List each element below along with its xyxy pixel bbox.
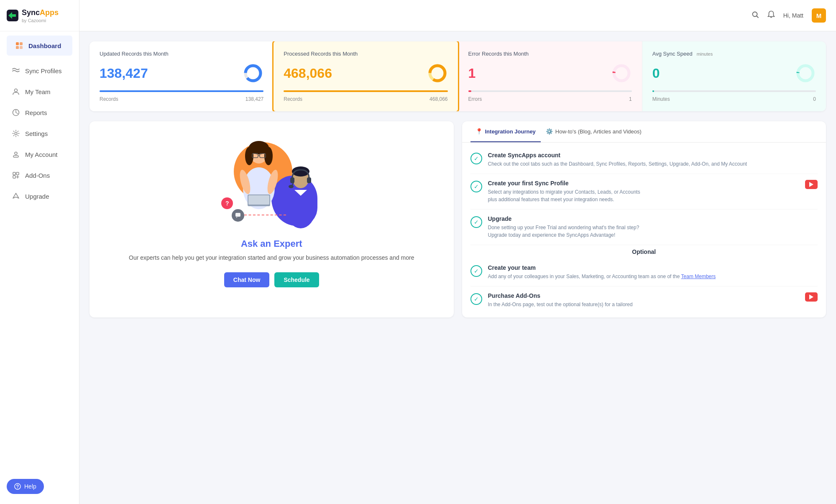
stat-bar-value-updated: 138,427 bbox=[245, 96, 263, 102]
tab-howtos[interactable]: ⚙️ How-to's (Blog, Articles and Videos) bbox=[541, 121, 647, 142]
user-avatar[interactable]: M bbox=[812, 8, 826, 23]
add-ons-icon bbox=[12, 171, 20, 179]
sidebar-item-sync-profiles[interactable]: Sync Profiles bbox=[3, 61, 76, 81]
journey-text-4: Create your team Add any of your colleag… bbox=[488, 264, 818, 280]
upgrade-icon bbox=[12, 192, 20, 200]
svg-point-13 bbox=[15, 484, 20, 489]
nav-label-upgrade: Upgrade bbox=[25, 193, 49, 200]
bottom-row: ? Ask an Expert Our experts can help you… bbox=[89, 121, 826, 317]
svg-rect-12 bbox=[13, 176, 15, 178]
sidebar-item-add-ons[interactable]: Add-Ons bbox=[3, 165, 76, 185]
schedule-button[interactable]: Schedule bbox=[274, 272, 319, 287]
sidebar: SyncApps by Cazoomi Dashboard Sync Profi… bbox=[0, 0, 79, 504]
stat-value-errors: 1 bbox=[468, 66, 476, 81]
svg-point-15 bbox=[752, 12, 757, 16]
settings-icon bbox=[12, 129, 20, 138]
journey-text-2: Create your first Sync Profile Select an… bbox=[488, 180, 800, 203]
journey-item-create-team: ✓ Create your team Add any of your colle… bbox=[470, 258, 818, 287]
journey-item-upgrade: ✓ Upgrade Done setting up your Free Tria… bbox=[470, 210, 818, 245]
journey-tabs: 📍 Integration Journey ⚙️ How-to's (Blog,… bbox=[462, 121, 826, 143]
journey-text-1: Create SyncApps account Check out the co… bbox=[488, 152, 818, 168]
search-icon[interactable] bbox=[752, 11, 759, 20]
sidebar-item-reports[interactable]: Reports bbox=[3, 102, 76, 123]
nav-label-reports: Reports bbox=[25, 109, 47, 116]
svg-rect-9 bbox=[13, 156, 18, 157]
svg-point-40 bbox=[289, 185, 294, 188]
sync-profiles-icon bbox=[12, 67, 20, 75]
svg-point-17 bbox=[245, 66, 261, 81]
donut-chart-processed bbox=[427, 63, 448, 84]
nav-label-my-team: My Team bbox=[25, 88, 51, 95]
help-label: Help bbox=[24, 483, 36, 490]
journey-panel: 📍 Integration Journey ⚙️ How-to's (Blog,… bbox=[462, 121, 826, 317]
donut-chart-errors bbox=[611, 63, 632, 84]
check-circle-5: ✓ bbox=[470, 293, 482, 305]
logo-area: SyncApps by Cazoomi bbox=[0, 0, 79, 31]
svg-rect-39 bbox=[307, 177, 311, 183]
nav-label-add-ons: Add-Ons bbox=[25, 172, 50, 179]
stat-bar-value-processed: 468,066 bbox=[430, 96, 447, 102]
team-members-link[interactable]: Team Members bbox=[681, 274, 716, 279]
journey-items: ✓ Create SyncApps account Check out the … bbox=[462, 143, 826, 317]
nav-items: Sync Profiles My Team Reports Settings bbox=[0, 56, 79, 504]
svg-rect-35 bbox=[248, 195, 269, 205]
help-icon bbox=[14, 483, 21, 490]
svg-rect-4 bbox=[20, 46, 23, 49]
reports-icon bbox=[12, 108, 20, 117]
journey-tab-icon: 📍 bbox=[476, 128, 483, 135]
nav-item-dashboard[interactable]: Dashboard bbox=[7, 36, 72, 56]
youtube-icon-1[interactable] bbox=[805, 180, 818, 189]
stat-bar-label-updated: Records bbox=[100, 96, 118, 102]
main-content: Hi, Matt M Updated Records this Month 13… bbox=[79, 0, 836, 504]
stat-value-sync-speed: 0 bbox=[652, 66, 660, 81]
stat-card-processed: Processed Records this Month 468,066 Rec… bbox=[272, 41, 459, 111]
stat-bar-label-sync-speed: Minutes bbox=[652, 96, 670, 102]
check-circle-4: ✓ bbox=[470, 265, 482, 277]
donut-chart-updated bbox=[243, 63, 263, 84]
svg-rect-2 bbox=[20, 42, 23, 45]
journey-item-sync-profile: ✓ Create your first Sync Profile Select … bbox=[470, 174, 818, 210]
sidebar-item-upgrade[interactable]: Upgrade bbox=[3, 186, 76, 206]
ask-expert-button[interactable]: Chat Now bbox=[224, 272, 270, 287]
nav-label-settings: Settings bbox=[25, 130, 48, 137]
stat-title-processed: Processed Records this Month bbox=[284, 51, 447, 57]
svg-point-7 bbox=[15, 132, 17, 135]
svg-point-41 bbox=[286, 191, 315, 228]
stat-value-updated: 138,427 bbox=[100, 66, 148, 81]
youtube-icon-2[interactable] bbox=[805, 292, 818, 302]
stat-bar-label-processed: Records bbox=[284, 96, 302, 102]
notification-icon[interactable] bbox=[767, 10, 775, 21]
stat-value-processed: 468,066 bbox=[284, 66, 332, 81]
my-account-icon bbox=[12, 150, 20, 159]
stat-title-updated: Updated Records this Month bbox=[100, 51, 263, 57]
svg-point-22 bbox=[798, 66, 813, 81]
journey-item-purchase-addons: ✓ Purchase Add-Ons In the Add-Ons page, … bbox=[470, 287, 818, 314]
sidebar-item-my-team[interactable]: My Team bbox=[3, 82, 76, 102]
svg-rect-3 bbox=[16, 46, 19, 49]
stat-bar-label-errors: Errors bbox=[468, 96, 482, 102]
top-bar: Hi, Matt M bbox=[79, 0, 836, 31]
user-greeting: Hi, Matt bbox=[783, 12, 803, 19]
stat-card-updated: Updated Records this Month 138,427 Recor… bbox=[89, 41, 274, 111]
sidebar-item-settings[interactable]: Settings bbox=[3, 123, 76, 143]
ask-expert-title: Ask an Expert bbox=[241, 238, 302, 249]
svg-rect-1 bbox=[16, 42, 19, 45]
tab-integration-journey[interactable]: 📍 Integration Journey bbox=[470, 121, 541, 142]
ask-expert-card: ? Ask an Expert Our experts can help you… bbox=[89, 121, 454, 317]
ask-expert-desc: Our experts can help you get your integr… bbox=[129, 253, 414, 262]
question-badge: ? bbox=[221, 197, 233, 209]
donut-chart-sync-speed bbox=[795, 63, 816, 84]
svg-rect-42 bbox=[235, 213, 240, 217]
howto-tab-icon: ⚙️ bbox=[546, 128, 553, 135]
stat-bar-value-sync-speed: 0 bbox=[813, 96, 816, 102]
nav-label-my-account: My Account bbox=[25, 151, 58, 158]
sidebar-item-my-account[interactable]: My Account bbox=[3, 144, 76, 164]
stat-title-errors: Error Records this Month bbox=[468, 51, 632, 57]
dashboard-icon bbox=[15, 41, 23, 50]
journey-item-create-account: ✓ Create SyncApps account Check out the … bbox=[470, 146, 818, 174]
svg-point-8 bbox=[15, 152, 17, 155]
stat-card-sync-speed: Avg Sync Speed minutes 0 Minutes 0 bbox=[642, 41, 826, 111]
logo-icon bbox=[7, 10, 18, 21]
help-button[interactable]: Help bbox=[7, 479, 44, 494]
stat-bar-value-errors: 1 bbox=[629, 96, 632, 102]
